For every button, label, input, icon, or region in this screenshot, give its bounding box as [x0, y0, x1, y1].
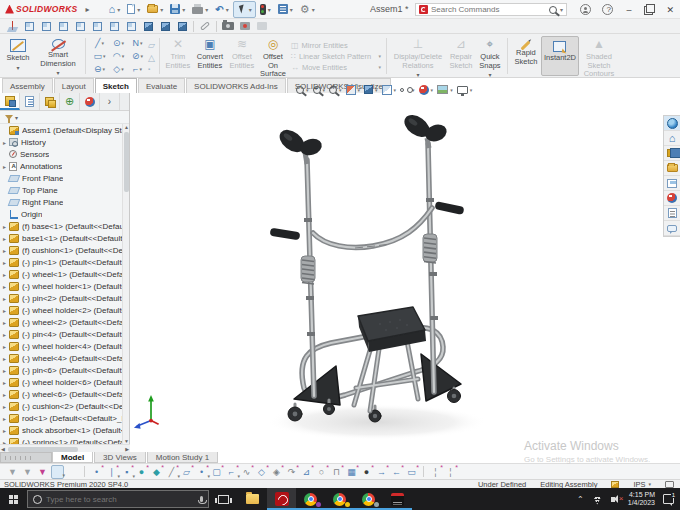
scrollbar-thumb[interactable] — [124, 132, 129, 192]
expand-arrow-icon[interactable]: ▸ — [0, 247, 9, 254]
motion-study-tab[interactable]: Motion Study 1 — [147, 452, 218, 463]
tree-item-cushion-2[interactable]: ▸ (-) cushion<2> (Default<<Def — [0, 400, 123, 412]
sphere-tool-button[interactable]: ● — [135, 465, 148, 479]
offset-entities-button[interactable]: ≋ Offset Entities — [227, 36, 257, 76]
isometric-solid-view-button[interactable] — [142, 20, 154, 33]
solidworks-resources-tab[interactable] — [664, 116, 680, 131]
appearance-ball-tool-button[interactable]: ● — [360, 465, 373, 479]
options-list-button[interactable]: ▾ — [275, 1, 296, 18]
trimetric-view-button[interactable] — [159, 20, 171, 33]
instant2d-button[interactable]: Instant2D — [541, 36, 579, 76]
scrollbar-thumb[interactable] — [8, 447, 78, 452]
tray-expand-icon[interactable]: ⌃ — [577, 495, 584, 504]
tab-assembly[interactable]: Assembly — [2, 78, 53, 93]
tab-solidworks-add-ins[interactable]: SOLIDWORKS Add-Ins — [186, 78, 286, 93]
expand-arrow-icon[interactable]: ▸ — [0, 331, 9, 338]
tree-item-wheel-6[interactable]: ▸ (-) wheel<6> (Default<<Defau — [0, 388, 123, 400]
expand-arrow-icon[interactable]: ▸ — [0, 223, 9, 230]
tree-item-front-plane[interactable]: ▸ Front Plane — [0, 172, 123, 184]
zoom-to-fit-button[interactable]: ▾ — [296, 86, 309, 94]
custom-properties-tab[interactable] — [664, 206, 680, 221]
help-icon[interactable] — [602, 4, 613, 15]
cube-tool-button[interactable]: ◆ — [150, 465, 163, 479]
back-view-button[interactable] — [40, 20, 52, 33]
view-palette-tab[interactable] — [664, 176, 680, 191]
arc-tool-button[interactable]: ◠ ▾ — [109, 50, 128, 63]
tree-item-pin-4[interactable]: ▸ (-) pin<4> (Default<<Default> — [0, 328, 123, 340]
expand-arrow-icon[interactable]: ▸ — [0, 379, 9, 386]
graphics-area[interactable] — [130, 93, 680, 452]
selection-filter-button[interactable]: ▼ — [6, 465, 19, 479]
expand-arrow-icon[interactable]: ▸ — [0, 271, 9, 278]
action-center-icon[interactable]: 1 — [663, 494, 674, 504]
rounded-rectangle-tool-button[interactable]: ▢ — [210, 465, 223, 479]
expand-arrow-icon[interactable]: ▸ — [0, 415, 9, 422]
expand-arrow-icon[interactable]: ▸ — [0, 163, 9, 170]
tree-item-cushion-1[interactable]: ▸ (f) cushion<1> (Default<<Def — [0, 244, 123, 256]
home-button[interactable]: ▾ — [106, 1, 124, 18]
minimize-button[interactable]: – — [624, 5, 633, 15]
login-user-icon[interactable] — [580, 4, 591, 15]
centerline-tool-button[interactable]: ╱ — [165, 465, 178, 479]
left-view-button[interactable] — [57, 20, 69, 33]
view-orientation-button[interactable]: ▾ — [364, 85, 378, 94]
spline-2-tool-button[interactable]: ∿ — [240, 465, 253, 479]
3d-sketch-icon[interactable]: △ — [148, 53, 155, 63]
filter-icon[interactable] — [5, 115, 13, 120]
clamp-tool-button[interactable]: ⊓ — [330, 465, 343, 479]
tree-item-pin-2[interactable]: ▸ (-) pin<2> (Default<<Default> — [0, 292, 123, 304]
splitter-grip[interactable] — [0, 452, 52, 463]
solidworks-app[interactable] — [267, 488, 296, 510]
filter-faces-button[interactable]: ▼ — [36, 465, 49, 479]
tree-item-sensors[interactable]: ▸ Sensors — [0, 148, 123, 160]
line-tool-button[interactable]: ╱ ▾ — [90, 37, 109, 50]
scroll-up-icon[interactable]: ▲ — [123, 124, 130, 130]
anchor-b-tool-button[interactable]: ¦ — [444, 465, 457, 479]
chrome-app-1[interactable] — [296, 488, 325, 510]
tree-horizontal-scrollbar[interactable]: ◀ ▶ — [0, 444, 130, 452]
expand-arrow-icon[interactable]: ▸ — [0, 355, 9, 362]
tree-item-pin-1[interactable]: ▸ (-) pin<1> (Default<<Default> — [0, 256, 123, 268]
chrome-app-2[interactable] — [325, 488, 354, 510]
curve-tool-button[interactable]: ↷ — [285, 465, 298, 479]
hide-show-items-button[interactable]: ▾ — [400, 87, 415, 93]
expand-arrow-icon[interactable]: ▸ — [0, 295, 9, 302]
expand-arrow-icon[interactable]: ▸ — [0, 259, 9, 266]
appearances-tab[interactable] — [664, 191, 680, 206]
featuremanager-tab[interactable] — [0, 93, 20, 110]
quick-snaps-button[interactable]: ⌖ Quick Snaps ▾ — [476, 36, 504, 76]
3d-views-tab[interactable]: 3D Views — [94, 452, 146, 463]
dimxpertmanager-tab[interactable] — [60, 93, 80, 110]
convert-entities-button[interactable]: ▣ Convert Entities — [193, 36, 227, 76]
sketch-button[interactable]: Sketch ▾ — [2, 36, 34, 76]
ellipse-tool-button[interactable]: ⊘ ▾ — [128, 50, 147, 63]
polygon-2-tool-button[interactable]: ◇ — [255, 465, 268, 479]
search-commands-input[interactable] — [431, 5, 546, 14]
point-tool-button[interactable]: • — [90, 465, 103, 479]
3d-sketch-plane-icon[interactable]: ▱ — [148, 40, 155, 50]
spline-tool-button[interactable]: N ▾ — [128, 37, 147, 50]
expand-arrow-icon[interactable]: ▸ — [0, 235, 9, 242]
front-view-button[interactable] — [23, 20, 35, 33]
save-button[interactable]: ▾ — [167, 1, 188, 18]
bottom-view-button[interactable] — [108, 20, 120, 33]
move-entities-button[interactable]: ↔ Move Entities ▾ — [291, 63, 381, 72]
apply-scene-button[interactable]: ▾ — [437, 85, 453, 94]
tree-item-wheel-1[interactable]: ▸ (-) wheel<1> (Default<<Defau — [0, 268, 123, 280]
search-icon[interactable] — [549, 6, 557, 14]
design-library-tab[interactable] — [664, 146, 680, 161]
tab-evaluate[interactable]: Evaluate — [138, 78, 185, 93]
snapshot-button[interactable] — [256, 20, 268, 33]
view-settings-button[interactable]: ▾ — [457, 86, 473, 94]
fillet-tool-button[interactable]: ⌐ ▾ — [128, 63, 147, 76]
tree-item-annotations[interactable]: ▸ Annotations — [0, 160, 123, 172]
tree-item-origin[interactable]: ▸ Origin — [0, 208, 123, 220]
tree-item-top-plane[interactable]: ▸ Top Plane — [0, 184, 123, 196]
tree-item-right-plane[interactable]: ▸ Right Plane — [0, 196, 123, 208]
point-2-tool-button[interactable]: • — [195, 465, 208, 479]
configurationmanager-tab[interactable] — [40, 93, 60, 110]
file-explorer-tab[interactable] — [664, 161, 680, 176]
isometric-view-button[interactable] — [125, 20, 137, 33]
camera-view-button[interactable] — [222, 20, 234, 33]
dimetric-view-button[interactable] — [176, 20, 188, 33]
